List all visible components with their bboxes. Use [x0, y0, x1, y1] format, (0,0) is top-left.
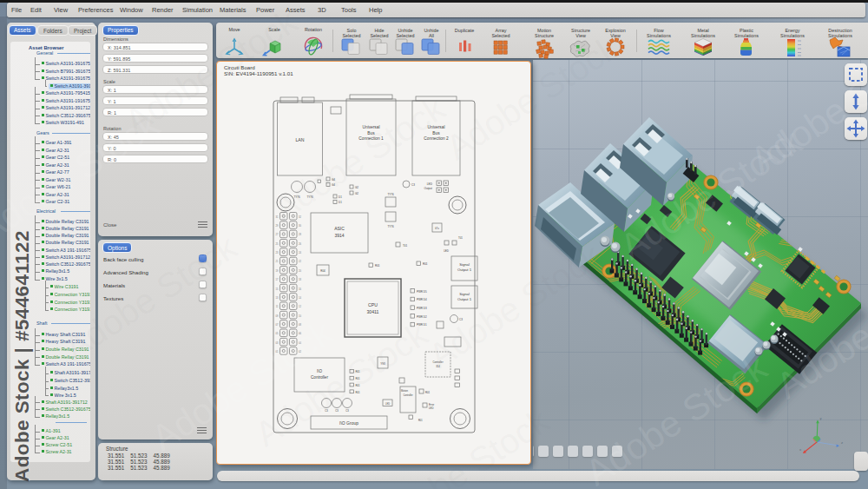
svg-text:16: 16	[299, 287, 301, 291]
svg-text:30411: 30411	[366, 309, 378, 314]
svg-text:LED: LED	[427, 182, 433, 186]
svg-text:17: 17	[276, 278, 279, 281]
svg-text:22: 22	[299, 260, 301, 263]
svg-text:26: 26	[299, 242, 301, 246]
svg-text:TY76: TY76	[387, 193, 394, 196]
svg-text:11: 11	[276, 305, 279, 308]
svg-text:z: z	[841, 440, 843, 445]
svg-text:LED: LED	[385, 402, 390, 406]
svg-text:PWR D4: PWR D4	[417, 298, 427, 301]
svg-text:27: 27	[276, 233, 279, 236]
svg-text:Output 1: Output 1	[457, 297, 472, 301]
svg-text:PWR D3: PWR D3	[417, 307, 427, 310]
svg-text:07: 07	[276, 323, 279, 327]
svg-text:19: 19	[276, 269, 279, 273]
svg-text:y: y	[820, 416, 823, 420]
svg-text:24: 24	[299, 251, 301, 254]
svg-text:R01: R01	[375, 264, 380, 268]
svg-text:kTu: kTu	[435, 227, 439, 230]
svg-text:C3: C3	[411, 183, 415, 187]
svg-text:I\O Group: I\O Group	[339, 420, 358, 426]
svg-text:R04: R04	[320, 269, 326, 273]
svg-text:Motion: Motion	[401, 389, 408, 393]
svg-text:T01: T01	[403, 244, 408, 248]
svg-text:Output 1: Output 1	[457, 268, 472, 272]
svg-text:Signal: Signal	[459, 262, 470, 267]
svg-text:05: 05	[276, 332, 279, 335]
svg-text:30: 30	[299, 224, 301, 228]
svg-text:Controller: Controller	[403, 393, 412, 397]
svg-text:C3: C3	[345, 409, 349, 413]
svg-text:x: x	[799, 447, 802, 452]
svg-text:CPU: CPU	[368, 302, 378, 307]
svg-text:20: 20	[299, 269, 301, 273]
svg-text:LED: LED	[444, 249, 450, 253]
svg-text:3914: 3914	[334, 233, 344, 238]
svg-text:LED: LED	[429, 406, 433, 410]
svg-text:18: 18	[299, 278, 301, 281]
svg-text:23: 23	[276, 251, 279, 254]
svg-text:28: 28	[299, 233, 301, 236]
svg-text:G2: G2	[355, 186, 358, 189]
svg-text:T01: T01	[458, 236, 463, 240]
svg-text:14: 14	[299, 296, 301, 300]
svg-text:12: 12	[299, 305, 301, 308]
svg-text:Signal: Signal	[459, 292, 470, 296]
svg-text:R01: R01	[425, 391, 431, 394]
svg-text:G2: G2	[355, 192, 358, 195]
svg-text:PWR D2: PWR D2	[417, 315, 427, 319]
svg-text:R01: R01	[418, 419, 423, 422]
svg-text:D1: D1	[339, 201, 342, 204]
svg-text:Output: Output	[424, 187, 432, 190]
svg-text:LAN: LAN	[295, 137, 304, 142]
svg-text:29: 29	[276, 224, 279, 228]
svg-text:D1: D1	[339, 195, 342, 199]
svg-text:TY76: TY76	[387, 225, 394, 228]
svg-text:ASIC: ASIC	[334, 226, 345, 231]
svg-text:25: 25	[276, 242, 279, 246]
svg-text:PWR D5: PWR D5	[417, 290, 427, 294]
svg-text:21: 21	[276, 260, 279, 263]
svg-text:09: 09	[276, 314, 279, 318]
svg-text:10: 10	[299, 314, 301, 318]
svg-text:13: 13	[276, 296, 279, 300]
svg-text:R01: R01	[423, 262, 428, 266]
svg-text:15: 15	[276, 287, 279, 291]
